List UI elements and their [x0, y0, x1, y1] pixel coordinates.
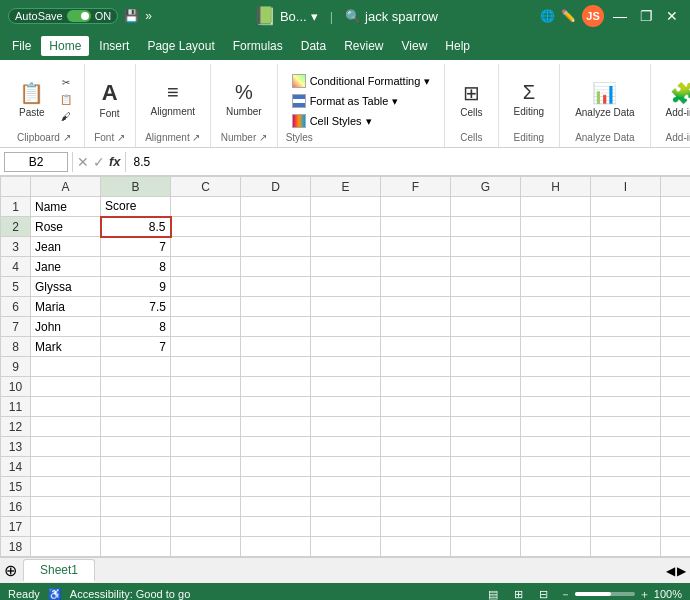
cell-G18[interactable]	[451, 537, 521, 557]
cell-C5[interactable]	[171, 277, 241, 297]
cell-H7[interactable]	[521, 317, 591, 337]
cell-B18[interactable]	[101, 537, 171, 557]
cell-J13[interactable]	[661, 437, 691, 457]
cell-G5[interactable]	[451, 277, 521, 297]
cell-C15[interactable]	[171, 477, 241, 497]
cell-D18[interactable]	[241, 537, 311, 557]
cell-A17[interactable]	[31, 517, 101, 537]
close-btn[interactable]: ✕	[662, 6, 682, 26]
cell-G16[interactable]	[451, 497, 521, 517]
cell-E13[interactable]	[311, 437, 381, 457]
cell-E15[interactable]	[311, 477, 381, 497]
cell-J17[interactable]	[661, 517, 691, 537]
cell-I4[interactable]	[591, 257, 661, 277]
cell-H4[interactable]	[521, 257, 591, 277]
cell-styles-arrow[interactable]: ▾	[366, 115, 372, 128]
cell-H3[interactable]	[521, 237, 591, 257]
formula-cancel-icon[interactable]: ✕	[77, 154, 89, 170]
cell-H6[interactable]	[521, 297, 591, 317]
cell-B6[interactable]: 7.5	[101, 297, 171, 317]
row-header-10[interactable]: 10	[1, 377, 31, 397]
cell-C17[interactable]	[171, 517, 241, 537]
cell-C1[interactable]	[171, 197, 241, 217]
menu-item-review[interactable]: Review	[336, 36, 391, 56]
cell-D5[interactable]	[241, 277, 311, 297]
cell-A15[interactable]	[31, 477, 101, 497]
cell-J3[interactable]	[661, 237, 691, 257]
cell-D7[interactable]	[241, 317, 311, 337]
cell-D17[interactable]	[241, 517, 311, 537]
cell-B3[interactable]: 7	[101, 237, 171, 257]
cell-B12[interactable]	[101, 417, 171, 437]
menu-item-help[interactable]: Help	[437, 36, 478, 56]
cell-I5[interactable]	[591, 277, 661, 297]
row-header-18[interactable]: 18	[1, 537, 31, 557]
menu-item-formulas[interactable]: Formulas	[225, 36, 291, 56]
cell-E10[interactable]	[311, 377, 381, 397]
cell-H1[interactable]	[521, 197, 591, 217]
cell-D13[interactable]	[241, 437, 311, 457]
cell-A14[interactable]	[31, 457, 101, 477]
cell-F1[interactable]	[381, 197, 451, 217]
cell-C12[interactable]	[171, 417, 241, 437]
zoom-out-icon[interactable]: －	[560, 587, 571, 601]
col-header-J[interactable]: J	[661, 177, 691, 197]
cell-H5[interactable]	[521, 277, 591, 297]
col-header-D[interactable]: D	[241, 177, 311, 197]
autosave-badge[interactable]: AutoSave ON	[8, 8, 118, 24]
cell-E6[interactable]	[311, 297, 381, 317]
cell-E14[interactable]	[311, 457, 381, 477]
cell-A5[interactable]: Glyssa	[31, 277, 101, 297]
copy-button[interactable]: 📋	[56, 92, 76, 107]
row-header-13[interactable]: 13	[1, 437, 31, 457]
cell-A1[interactable]: Name	[31, 197, 101, 217]
cell-C10[interactable]	[171, 377, 241, 397]
cell-G17[interactable]	[451, 517, 521, 537]
cell-H16[interactable]	[521, 497, 591, 517]
cell-B1[interactable]: Score	[101, 197, 171, 217]
cell-F6[interactable]	[381, 297, 451, 317]
row-header-4[interactable]: 4	[1, 257, 31, 277]
sheet-tab-sheet1[interactable]: Sheet1	[23, 559, 95, 582]
cell-G6[interactable]	[451, 297, 521, 317]
cell-D2[interactable]	[241, 217, 311, 237]
menu-item-view[interactable]: View	[394, 36, 436, 56]
menu-item-data[interactable]: Data	[293, 36, 334, 56]
cell-F14[interactable]	[381, 457, 451, 477]
grid-scroll-area[interactable]: ABCDEFGHIJK1NameScore2Rose8.53Jean74Jane…	[0, 176, 690, 557]
cell-F15[interactable]	[381, 477, 451, 497]
add-sheet-icon[interactable]: ⊕	[4, 561, 17, 580]
cell-D15[interactable]	[241, 477, 311, 497]
cell-C2[interactable]	[171, 217, 241, 237]
cell-E9[interactable]	[311, 357, 381, 377]
cell-H10[interactable]	[521, 377, 591, 397]
cell-D3[interactable]	[241, 237, 311, 257]
cell-A2[interactable]: Rose	[31, 217, 101, 237]
format-as-table-arrow[interactable]: ▾	[392, 95, 398, 108]
cell-H11[interactable]	[521, 397, 591, 417]
zoom-slider[interactable]	[575, 592, 635, 596]
cell-C9[interactable]	[171, 357, 241, 377]
add-ins-button[interactable]: 🧩 Add-ins	[659, 69, 690, 129]
cell-G1[interactable]	[451, 197, 521, 217]
row-header-12[interactable]: 12	[1, 417, 31, 437]
cell-E3[interactable]	[311, 237, 381, 257]
row-header-6[interactable]: 6	[1, 297, 31, 317]
cell-F7[interactable]	[381, 317, 451, 337]
cell-A8[interactable]: Mark	[31, 337, 101, 357]
cell-C8[interactable]	[171, 337, 241, 357]
cell-B4[interactable]: 8	[101, 257, 171, 277]
format-painter-button[interactable]: 🖌	[56, 109, 76, 124]
cell-E8[interactable]	[311, 337, 381, 357]
cell-B11[interactable]	[101, 397, 171, 417]
cell-I13[interactable]	[591, 437, 661, 457]
cell-H12[interactable]	[521, 417, 591, 437]
cell-I16[interactable]	[591, 497, 661, 517]
cell-G2[interactable]	[451, 217, 521, 237]
cell-H9[interactable]	[521, 357, 591, 377]
cell-C3[interactable]	[171, 237, 241, 257]
cell-B2[interactable]: 8.5	[101, 217, 171, 237]
cell-E7[interactable]	[311, 317, 381, 337]
cell-B5[interactable]: 9	[101, 277, 171, 297]
menu-item-file[interactable]: File	[4, 36, 39, 56]
